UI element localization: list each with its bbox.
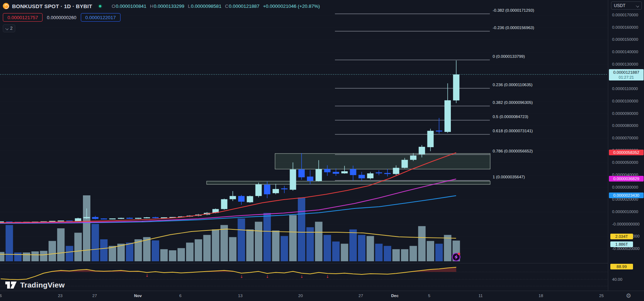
volume-bar bbox=[418, 226, 426, 261]
volume-bar bbox=[332, 241, 340, 261]
candle bbox=[402, 160, 408, 168]
volume-bar bbox=[100, 239, 108, 261]
volume-bar bbox=[444, 235, 452, 261]
candle bbox=[75, 218, 81, 221]
tradingview-logo-icon bbox=[5, 281, 17, 289]
time-axis[interactable]: ⚙ 62327Nov6132027Dec5111825 bbox=[0, 291, 644, 301]
candle bbox=[307, 177, 313, 181]
price-axis-tick: 0.0000140000 bbox=[612, 50, 638, 54]
rsi-sell-marker: ↓ bbox=[145, 273, 149, 278]
candle bbox=[264, 185, 270, 194]
close-label: C bbox=[225, 4, 229, 9]
rsi-sell-marker: ↓ bbox=[266, 274, 269, 279]
volume-bar bbox=[66, 246, 73, 261]
time-axis-tick: 13 bbox=[238, 294, 243, 298]
supply-zone[interactable] bbox=[207, 181, 490, 184]
time-axis-tick: 25 bbox=[599, 294, 604, 298]
rsi-line bbox=[1, 267, 456, 280]
price-axis-tick: -0.0000000000 bbox=[612, 222, 639, 226]
volume-bar bbox=[6, 225, 13, 261]
volume-bar bbox=[126, 243, 133, 261]
ema-mid-line bbox=[0, 179, 456, 223]
volume-bar bbox=[324, 235, 331, 261]
fib-level-label: 0.5 (0.0000084723) bbox=[493, 115, 528, 119]
fib-level-label: 0.382 (0.0000096305) bbox=[493, 100, 533, 105]
candle bbox=[290, 169, 296, 190]
volume-bar bbox=[255, 222, 262, 261]
price-axis-tick: 0.0000160000 bbox=[612, 25, 638, 29]
currency-dropdown[interactable]: USDT bbox=[611, 1, 642, 10]
volume-bar bbox=[160, 249, 168, 261]
volume-bar bbox=[169, 250, 177, 261]
chevron-down-icon bbox=[636, 4, 639, 7]
time-axis-tick: Dec bbox=[391, 294, 398, 298]
volume-bar bbox=[83, 195, 90, 261]
ema-mid-price-label: 0.0000036829 bbox=[609, 176, 644, 182]
time-axis-tick: 20 bbox=[298, 294, 303, 298]
volume-bar bbox=[23, 252, 30, 261]
price-axis-tick: 0.0000130000 bbox=[612, 62, 638, 66]
price-axis-tick: 0.0000010000 bbox=[612, 210, 638, 214]
high-value: 0.0000133299 bbox=[154, 4, 184, 9]
candle bbox=[341, 171, 348, 173]
volume-bar bbox=[435, 244, 443, 261]
gear-icon[interactable]: ⚙ bbox=[626, 292, 631, 300]
symbol-title[interactable]: BONKUSDT SPOT · 1D · BYBIT bbox=[12, 3, 92, 9]
last-price-label: 0.0000121887 01:27:21 bbox=[609, 69, 644, 80]
candle bbox=[273, 189, 279, 193]
supply-zone[interactable] bbox=[275, 154, 490, 169]
volume-bar bbox=[410, 246, 417, 261]
price-axis-tick: 0.0000090000 bbox=[612, 111, 638, 116]
rsi-sell-marker: ↓ bbox=[240, 274, 243, 279]
collapsed-indicators-button[interactable]: 2 bbox=[3, 24, 15, 32]
rsi-value-label: 88.99 bbox=[610, 264, 633, 269]
volume-bar bbox=[0, 252, 5, 261]
candle bbox=[453, 74, 459, 100]
volume-bar bbox=[392, 249, 400, 261]
tradingview-logo[interactable]: TradingView bbox=[5, 281, 65, 289]
fib-level-label: 0.236 (0.0000110635) bbox=[493, 83, 532, 87]
sell-bid-button[interactable]: 0.0000121757 bbox=[3, 13, 43, 22]
fib-level-label: 0.786 (0.0000056652) bbox=[493, 149, 533, 153]
price-axis-tick: 0.0000050000 bbox=[612, 160, 638, 165]
rsi-overbought-fill bbox=[1, 267, 456, 280]
price-axis-tick: 0.0000070000 bbox=[612, 136, 638, 140]
candle bbox=[84, 217, 90, 218]
chart-canvas[interactable]: -0.382 (0.0000171293)-0.236 (0.000015696… bbox=[0, 0, 608, 291]
candle bbox=[127, 218, 133, 219]
candle bbox=[376, 172, 382, 173]
price-axis-tick: 0.0000110000 bbox=[612, 87, 638, 91]
candle bbox=[58, 221, 64, 222]
volume-bar bbox=[349, 229, 357, 261]
pane-separator[interactable] bbox=[0, 263, 644, 263]
fib-level-label: -0.236 (0.0000156963) bbox=[493, 26, 534, 30]
candle bbox=[324, 169, 331, 172]
buy-ask-button[interactable]: 0.0000122017 bbox=[81, 13, 121, 22]
candle bbox=[410, 156, 416, 160]
candle bbox=[152, 217, 159, 218]
candle bbox=[92, 217, 99, 219]
market-status-icon[interactable] bbox=[98, 4, 102, 9]
time-axis-tick: 27 bbox=[359, 294, 363, 298]
fib-level-label: 0.618 (0.0000073141) bbox=[493, 129, 533, 133]
volume-bar bbox=[74, 233, 82, 261]
fib-retracement[interactable]: -0.382 (0.0000171293)-0.236 (0.000015696… bbox=[335, 8, 534, 180]
fib-level-label: -0.382 (0.0000171293) bbox=[493, 8, 534, 12]
price-axis-tick: 0.0000170000 bbox=[612, 13, 638, 17]
tradingview-logo-text: TradingView bbox=[20, 281, 65, 289]
fib-level-label: 0 (0.0000133799) bbox=[493, 54, 525, 58]
notification-dot bbox=[458, 253, 460, 255]
volume-bar bbox=[272, 230, 280, 261]
candles-layer bbox=[0, 60, 459, 223]
volume-bar bbox=[212, 229, 219, 261]
candle bbox=[135, 218, 141, 219]
time-axis-tick: 11 bbox=[478, 294, 483, 298]
candle bbox=[281, 188, 287, 189]
volume-bar bbox=[341, 244, 348, 261]
zones-layer bbox=[207, 154, 490, 184]
volume-bar bbox=[57, 228, 65, 261]
price-axis[interactable]: USDT 0.0000121887 01:27:21 0.0000058352 … bbox=[608, 0, 644, 291]
close-value: 0.0000121887 bbox=[229, 4, 259, 9]
trading-bot-bubble[interactable] bbox=[452, 253, 460, 261]
volume-bar bbox=[203, 235, 211, 261]
